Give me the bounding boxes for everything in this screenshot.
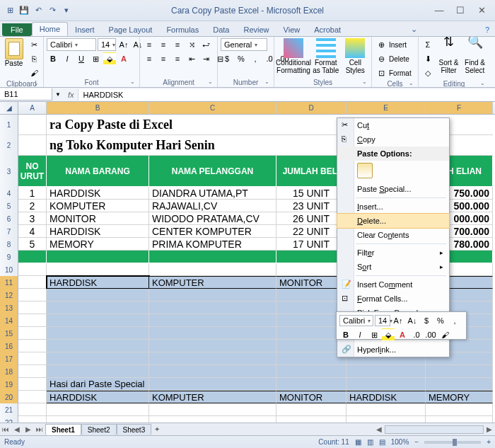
ctx-format-cells[interactable]: ⊡Format Cells... [337,292,449,306]
sheet-nav-first-icon[interactable]: ⏮ [0,425,11,433]
delete-cells-icon[interactable]: ⊖ [375,52,388,65]
close-button[interactable]: ✕ [474,5,489,16]
redo-icon[interactable]: ↷ [47,4,58,17]
mini-border-icon[interactable]: ⊞ [368,328,380,341]
increase-indent-icon[interactable]: ⇥ [199,52,212,65]
paste-special-label[interactable]: Hasi dari Paste Special [47,378,149,391]
sheet-nav-prev-icon[interactable]: ◀ [11,425,23,433]
paste-option-icon[interactable] [357,163,373,178]
comma-icon[interactable]: , [249,52,262,65]
ctx-paste-option[interactable] [337,161,449,182]
formula-input[interactable]: HARDDISK [78,89,495,100]
ctx-insert-comment[interactable]: 📝Insert Comment [337,277,449,292]
hscrollbar[interactable] [385,425,484,434]
align-middle-icon[interactable]: ≡ [157,38,170,51]
fill-icon[interactable]: ⬇ [421,52,434,65]
ctx-paste-special[interactable]: Paste Special... [337,182,449,196]
mini-decimal-inc-icon[interactable]: .0 [410,328,423,341]
clear-icon[interactable]: ◇ [421,67,434,79]
tab-insert[interactable]: Insert [68,23,102,36]
paste-button[interactable]: Paste [5,59,23,67]
header-nama-pelanggan[interactable]: NAMA PELANGGAN [149,156,276,187]
mini-fill-icon[interactable]: ⬙ [382,328,395,341]
file-tab[interactable]: File [2,23,32,36]
format-cells-icon[interactable]: ⊡ [375,67,388,79]
ribbon-minimize-icon[interactable]: ⌄ [405,23,423,36]
col-A[interactable]: A [18,102,47,114]
fx-icon[interactable]: fx [64,91,78,99]
format-painter-icon[interactable]: 🖌 [28,67,40,79]
currency-icon[interactable]: $ [221,52,233,65]
help-icon[interactable]: ? [479,23,495,36]
save-icon[interactable]: 💾 [18,4,30,17]
mini-italic-icon[interactable]: I [354,328,366,341]
namebox-dropdown-icon[interactable]: ▼ [52,91,64,98]
tab-data[interactable]: Data [206,23,236,36]
row-header[interactable]: 2 [0,135,18,156]
paste-icon[interactable] [5,38,23,59]
tab-view[interactable]: View [276,23,308,36]
tab-formulas[interactable]: Formulas [159,23,206,36]
decrease-indent-icon[interactable]: ⇤ [185,52,198,65]
maximize-button[interactable]: ☐ [453,5,468,16]
sheet-tab-2[interactable]: Sheet2 [81,424,117,435]
ctx-filter[interactable]: Filter▸ [337,246,449,260]
ctx-insert[interactable]: Insert... [337,200,449,214]
number-format-combo[interactable]: General [221,38,267,51]
ctx-hyperlink[interactable]: 🔗Hyperlink... [337,343,449,357]
italic-button[interactable]: I [61,52,74,65]
ctx-sort[interactable]: Sort▸ [337,260,449,274]
ctx-delete[interactable]: Delete... [337,213,450,229]
select-all-corner[interactable]: ◢ [0,102,18,114]
align-top-icon[interactable]: ≡ [143,38,156,51]
bold-button[interactable]: B [47,52,59,65]
font-name-combo[interactable]: Calibri [47,38,96,51]
zoom-out-icon[interactable]: − [414,438,419,446]
zoom-in-icon[interactable]: + [487,438,491,446]
copy-icon[interactable]: ⎘ [28,52,40,65]
tab-review[interactable]: Review [236,23,276,36]
sort-filter-button[interactable]: ⇅Sort & Filter [437,38,460,74]
ctx-copy[interactable]: ⎘Copy [337,132,449,147]
ctx-cut[interactable]: ✂Cut [337,118,449,132]
col-F[interactable]: F [426,102,493,114]
zoom-value[interactable]: 100% [391,438,409,446]
row-header[interactable]: 1 [0,115,18,135]
col-D[interactable]: D [276,102,346,114]
qat-more-icon[interactable]: ▾ [61,4,72,17]
zoom-slider[interactable] [424,441,481,444]
col-E[interactable]: E [346,102,426,114]
font-size-combo[interactable]: 14 [98,38,116,51]
percent-icon[interactable]: % [235,52,248,65]
sheet-nav-last-icon[interactable]: ⏭ [34,425,45,433]
mini-font-combo[interactable]: Calibri [339,315,373,326]
format-as-table-button[interactable]: Format as Table [313,38,339,74]
align-right-icon[interactable]: ≡ [171,52,184,65]
hscroll-right-icon[interactable]: ▶ [484,425,495,433]
sheet-nav-next-icon[interactable]: ▶ [23,425,34,433]
mini-size-combo[interactable]: 14 [375,315,390,326]
row-header[interactable]: 3 [0,156,18,187]
font-color-icon[interactable]: A [117,52,130,65]
mini-currency-icon[interactable]: $ [420,314,433,327]
fill-color-icon[interactable]: ⬙ [103,52,116,65]
tab-acrobat[interactable]: Acrobat [307,23,348,36]
mini-shrink-font-icon[interactable]: A↓ [406,314,419,327]
view-break-icon[interactable]: ▤ [379,438,385,446]
cut-icon[interactable]: ✂ [28,38,40,51]
orientation-icon[interactable]: ⤭ [185,38,198,51]
new-sheet-icon[interactable]: ✦ [151,425,163,433]
mini-percent-icon[interactable]: % [434,314,447,327]
conditional-formatting-button[interactable]: Conditional Formatting [277,38,310,74]
mini-format-painter-icon[interactable]: 🖌 [438,328,451,341]
undo-icon[interactable]: ↶ [33,4,44,17]
mini-fontcolor-icon[interactable]: A [396,328,409,341]
align-bottom-icon[interactable]: ≡ [171,38,184,51]
wrap-text-icon[interactable]: ⮐ [199,38,212,51]
header-no-urut[interactable]: NO URUT [18,156,47,187]
grow-font-icon[interactable]: A↑ [117,38,130,51]
align-center-icon[interactable]: ≡ [157,52,170,65]
find-select-button[interactable]: 🔍Find & Select [463,38,487,74]
col-B[interactable]: B [47,102,149,114]
name-box[interactable]: B11 [0,88,52,100]
